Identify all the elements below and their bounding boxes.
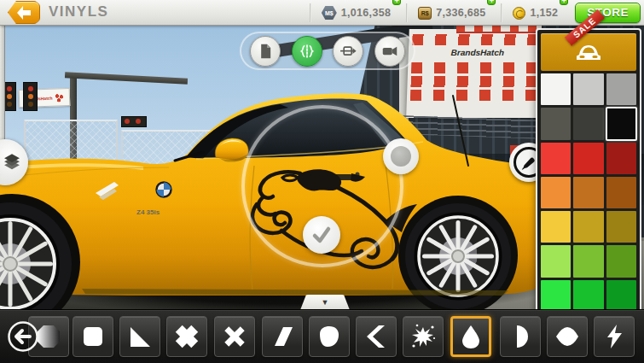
swatch-12[interactable]: [541, 211, 571, 243]
camera-icon: [380, 42, 399, 61]
tool-cross[interactable]: [214, 316, 255, 357]
tool-splat[interactable]: [403, 316, 444, 357]
swatch-2[interactable]: [606, 73, 636, 105]
swatch-18[interactable]: [541, 280, 571, 312]
rounded-square-icon: [79, 323, 107, 350]
transform-icon: [339, 42, 357, 61]
triangle-icon: [126, 323, 154, 350]
decal-resize-handle[interactable]: [383, 138, 419, 174]
droplet-icon: [457, 323, 484, 350]
m-dollars-value: 1,016,358: [341, 7, 391, 19]
layers-icon: [1, 151, 23, 173]
page-button[interactable]: [250, 36, 281, 67]
separator: [501, 3, 502, 22]
swatch-4[interactable]: [573, 108, 603, 139]
swatch-9[interactable]: [541, 177, 571, 208]
checkmark-icon: [310, 224, 333, 246]
swatch-10[interactable]: [573, 177, 603, 208]
tool-droplet[interactable]: [450, 316, 491, 357]
parallelogram-icon: [269, 323, 296, 350]
swatch-0[interactable]: [541, 73, 571, 105]
r-dollars-value: 7,336,685: [436, 7, 485, 19]
tool-chevron-left[interactable]: [356, 316, 397, 357]
chevron-left-icon: [363, 323, 390, 350]
gold-coin-icon: [513, 7, 525, 20]
swatch-7[interactable]: [573, 143, 603, 174]
collapse-toolbar-tab[interactable]: ▼: [300, 295, 350, 310]
r-dollars-display[interactable]: R$ 7,336,685 +: [415, 0, 494, 26]
car-icon: [574, 42, 603, 62]
tool-parallelogram[interactable]: [262, 316, 303, 357]
tool-lens[interactable]: [547, 316, 588, 357]
bmw-badge: [157, 183, 171, 197]
add-m-dollars-button[interactable]: +: [392, 0, 401, 5]
lens-icon: [554, 323, 581, 350]
vinyl-editor-screen: BrandsHatch BrandsHatch: [0, 0, 644, 363]
swatch-16[interactable]: [573, 245, 603, 277]
tool-blob[interactable]: [309, 316, 350, 357]
swatch-14[interactable]: [606, 211, 636, 243]
swatch-20[interactable]: [606, 280, 636, 312]
swatch-1[interactable]: [573, 73, 603, 105]
splat-icon: [409, 323, 437, 350]
sponsor-logos-row: [411, 62, 543, 73]
confirm-decal-button[interactable]: [303, 216, 340, 254]
editor-mode-toolbar: [240, 32, 415, 70]
mirror-button[interactable]: [292, 36, 322, 67]
swatch-grid: [541, 73, 636, 312]
thick-cross-icon: [172, 322, 201, 351]
paint-car-button[interactable]: [541, 33, 636, 71]
back-button[interactable]: [8, 1, 40, 24]
m-dollars-icon: M$: [322, 6, 337, 20]
swatch-3[interactable]: [541, 108, 571, 139]
m-dollars-display[interactable]: M$ 1,016,358 +: [318, 0, 399, 26]
back-circle-icon: [6, 319, 40, 354]
r-dollars-icon: R$: [418, 7, 432, 20]
tool-triangle[interactable]: [119, 316, 160, 357]
swatch-17[interactable]: [606, 245, 636, 277]
sponsor-strip: [456, 26, 542, 33]
tool-rounded-square[interactable]: [73, 316, 113, 357]
mirror-icon: [298, 42, 316, 61]
transform-button[interactable]: [333, 36, 363, 67]
add-gold-button[interactable]: +: [560, 0, 568, 5]
separator: [406, 3, 408, 22]
toolbar-back-button[interactable]: [5, 319, 41, 354]
top-bar: VINYLS M$ 1,016,358 + R$ 7,336,685 + 1,1…: [0, 0, 644, 26]
swatch-5[interactable]: [606, 108, 636, 139]
sponsor-logos-row: [412, 34, 544, 45]
swatch-15[interactable]: [541, 245, 571, 277]
separator: [310, 3, 311, 22]
vinyl-shape-toolbar: [0, 309, 644, 363]
model-badge: Z4 35is: [136, 208, 160, 216]
add-r-dollars-button[interactable]: +: [487, 0, 496, 5]
color-panel: [536, 28, 641, 317]
swatch-11[interactable]: [606, 177, 636, 208]
lightning-icon: [600, 323, 628, 350]
swatch-8[interactable]: [606, 143, 636, 174]
collapse-arrow-icon: ▼: [322, 298, 329, 307]
blob-icon: [316, 323, 343, 350]
half-circle-icon: [507, 323, 534, 350]
gold-display[interactable]: 1,152 +: [509, 0, 566, 26]
swatch-6[interactable]: [541, 143, 571, 174]
gantry-beam: [65, 72, 188, 85]
camera-button[interactable]: [374, 36, 405, 67]
swatch-13[interactable]: [573, 211, 603, 243]
wall-sign-text: BrandsHatch: [412, 48, 544, 60]
page-icon: [256, 42, 275, 61]
tool-half-circle[interactable]: [500, 316, 541, 357]
tool-thick-cross[interactable]: [166, 316, 207, 357]
tool-lightning[interactable]: [594, 316, 635, 357]
back-arrow-icon: [15, 4, 33, 21]
gold-value: 1,152: [530, 7, 558, 19]
cross-icon: [220, 322, 249, 351]
page-title: VINYLS: [49, 3, 108, 20]
swatch-19[interactable]: [573, 280, 603, 312]
